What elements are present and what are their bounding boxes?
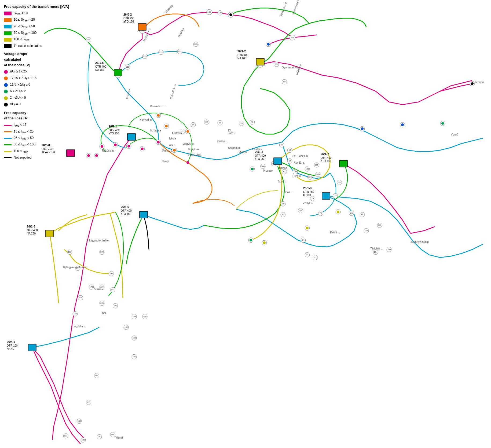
label-csati: Csáti u. xyxy=(292,175,302,178)
svg-text:OTR 400: OTR 400 xyxy=(321,156,332,159)
vdrop-162b xyxy=(471,82,474,85)
label-ovoda: Óvoda xyxy=(239,150,247,153)
label-gyorsacell: Gyorsacel Kft. xyxy=(282,66,299,69)
svg-text:OTR 400: OTR 400 xyxy=(237,54,248,57)
label-vizmu1: Vizmű xyxy=(451,133,458,136)
line-yellow-r1 xyxy=(251,161,282,240)
vdrop-70b xyxy=(306,227,309,229)
label-somos: Somos u. xyxy=(282,191,293,194)
street-ifjusag: Ifjúság u. xyxy=(178,27,185,38)
node-151-label: 151 xyxy=(133,355,136,358)
line-green-lower xyxy=(126,215,144,264)
svg-text:aTO 250: aTO 250 xyxy=(109,132,119,135)
line-mid-loop xyxy=(129,113,192,163)
label-doszsa: Dózsa u. xyxy=(217,140,228,143)
transformer-26-1-3-box xyxy=(322,193,330,199)
vdrop-54 xyxy=(165,125,168,127)
street-n-bazsa: N. bazsa xyxy=(150,129,161,132)
node-146-label: 146 xyxy=(114,304,117,307)
node-132-label: 132 xyxy=(110,272,113,275)
node-164-label: 164 xyxy=(374,251,378,253)
transformer-26-1-8-box xyxy=(46,230,54,237)
svg-text:OTR 400: OTR 400 xyxy=(27,229,38,232)
vdrop-22 xyxy=(95,154,98,157)
vdrop-161b xyxy=(361,127,364,130)
node-83-label: 83 xyxy=(350,212,353,214)
line-green-top xyxy=(231,8,309,23)
node-194-label: 194 xyxy=(111,433,115,436)
line-black-1 xyxy=(144,215,149,249)
vdrop-98b xyxy=(263,241,266,244)
svg-text:OTR 400: OTR 400 xyxy=(255,154,266,157)
vdrop-92c xyxy=(229,13,232,16)
street-kossuth1: Kossuth L. u. xyxy=(280,1,288,17)
node-67-label: 67 xyxy=(283,170,285,173)
node-131-label: 131 xyxy=(111,288,115,291)
node-63-label: 63 xyxy=(289,149,291,151)
node-92b-label: 92 xyxy=(282,213,284,216)
street-rakoczi: Rákóczi u. xyxy=(102,149,115,152)
label-italbolt: Italbolt xyxy=(279,167,287,170)
transformer-26-1-7-box xyxy=(339,160,347,167)
svg-text:75: 75 xyxy=(314,256,316,259)
node-76-label: 76 xyxy=(320,212,322,214)
svg-text:aTO 160: aTO 160 xyxy=(123,20,134,23)
svg-text:OTR 400: OTR 400 xyxy=(95,65,106,68)
svg-text:OTR 100: OTR 100 xyxy=(7,344,18,347)
vdrop-m1 xyxy=(186,161,189,164)
label-magyar: Magyar u. xyxy=(182,142,194,145)
svg-text:OTR 250: OTR 250 xyxy=(303,190,314,193)
label-uj-fogy2: Új fogyasztói terület xyxy=(63,266,87,269)
street-zrinyi: Zrínyi u. xyxy=(303,201,313,204)
transformer-26-0-2-label: 26/0-2 xyxy=(123,13,132,16)
vdrop-160b xyxy=(441,122,444,125)
transformer-26-1-5-label: 26/1-5 xyxy=(95,61,104,64)
line-yellow-2 xyxy=(50,233,58,303)
label-posta: Posta xyxy=(162,160,169,163)
label-presszo2: Presszó xyxy=(263,169,273,172)
label-arpad: Árpád u. xyxy=(94,287,104,290)
line-green-top-right xyxy=(327,18,366,27)
svg-text:OTR 250: OTR 250 xyxy=(123,17,134,20)
node-186-label: 186 xyxy=(95,374,98,377)
line-orange-2 xyxy=(188,163,212,203)
svg-text:NA 40: NA 40 xyxy=(7,347,14,350)
street-geptelep: Géptelep xyxy=(164,4,174,14)
vdrop-96 xyxy=(141,148,144,150)
street-tarkany: Tárkány u. xyxy=(370,247,383,250)
node-39-label: 39 xyxy=(240,122,243,124)
node-84-label: 84 xyxy=(361,213,363,216)
label-temeto: Temető xyxy=(475,81,484,84)
node-74-label: 74 xyxy=(338,181,340,183)
transformer-26-0-8-label: 26/0-8 xyxy=(42,144,50,147)
node-167-label: 167 xyxy=(378,224,382,226)
label-templom: Templom xyxy=(188,148,199,151)
line-pink-bottom1 xyxy=(32,347,86,440)
node-190-label: 190 xyxy=(98,435,101,438)
vdrop-97 xyxy=(157,141,160,144)
node-172a-label: 172 xyxy=(68,251,72,253)
label-iskola: Iskola xyxy=(169,137,176,140)
node-94-label: 94 xyxy=(302,239,304,241)
label-varosaza: Városháza xyxy=(188,153,201,156)
label-bar: Bár xyxy=(102,311,106,314)
line-cross-1 xyxy=(236,190,278,209)
vdrop-72b xyxy=(250,239,252,241)
node-168-label: 168 xyxy=(365,229,368,232)
vdrop-154b xyxy=(401,123,404,126)
node-40-label: 40 xyxy=(251,121,253,123)
transformer-26-1-8-label: 26/1-8 xyxy=(27,225,35,228)
line-pink-bottom2 xyxy=(32,347,80,444)
line-cyan-far-right xyxy=(326,196,483,258)
label-jato: Játó u. xyxy=(228,132,236,135)
label-hegyvalia: Hegyalja u. xyxy=(72,325,86,328)
node-104-label: 104 xyxy=(261,165,265,167)
label-sport: Sport u. xyxy=(278,180,287,183)
svg-text:NA 160: NA 160 xyxy=(95,68,104,71)
node-183-label: 183 xyxy=(87,401,90,403)
svg-text:74: 74 xyxy=(306,254,308,256)
street-kossuth3: Kossuth L. u. xyxy=(150,105,166,108)
node-93-label: 93 xyxy=(299,209,302,212)
transformer-26-1-2-box xyxy=(256,58,264,65)
map-container: Free capacity of the transformers [kVA] … xyxy=(0,0,491,448)
